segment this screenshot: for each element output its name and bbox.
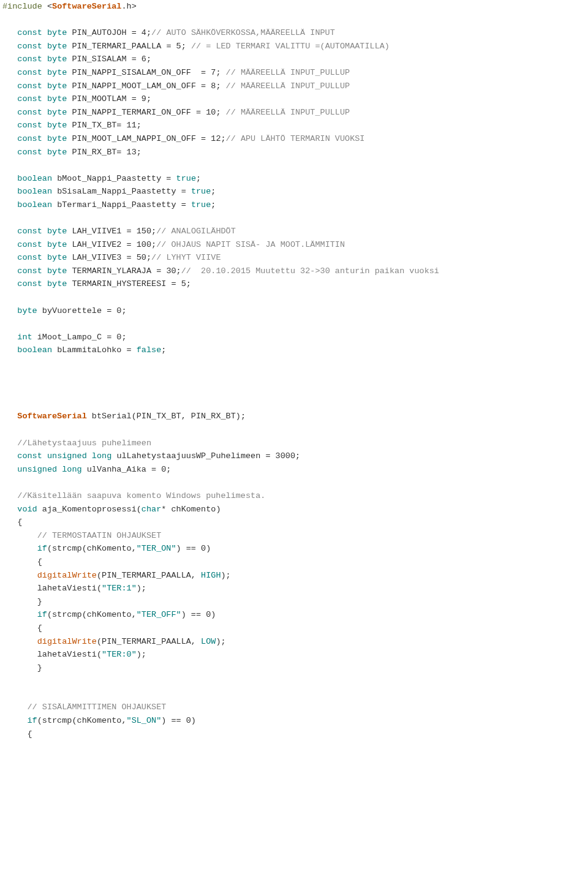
code-line: boolean bMoot_Nappi_Paastetty = true; xyxy=(2,172,586,186)
code-block: #include <SoftwareSerial.h> const byte P… xyxy=(0,0,588,740)
code-line xyxy=(2,688,586,701)
code-line: { xyxy=(2,556,586,569)
code-line: const byte LAH_VIIVE1 = 150;// ANALOGILÄ… xyxy=(2,225,586,238)
code-line xyxy=(2,13,586,27)
code-line: if(strcmp(chKomento,"SL_ON") == 0) xyxy=(2,714,586,728)
code-line xyxy=(2,476,586,489)
code-line xyxy=(2,159,586,172)
code-line: const byte PIN_MOOT_LAM_NAPPI_ON_OFF = 1… xyxy=(2,132,586,146)
code-line: const byte TERMARIN_HYSTEREESI = 5; xyxy=(2,277,586,291)
code-line: // SISÄLÄMMITTIMEN OHJAUKSET xyxy=(2,701,586,714)
code-line: //Käsitellään saapuva komento Windows pu… xyxy=(2,489,586,503)
code-line: const byte PIN_TERMARI_PAALLA = 5; // = … xyxy=(2,40,586,53)
code-line: { xyxy=(2,728,586,741)
code-line: const byte PIN_SISALAM = 6; xyxy=(2,53,586,66)
code-line: { xyxy=(2,622,586,635)
code-line: //Lähetystaajuus puhelimeen xyxy=(2,437,586,450)
code-line: const byte TERMARIN_YLARAJA = 30;// 20.1… xyxy=(2,265,586,278)
code-line: // TERMOSTAATIN OHJAUKSET xyxy=(2,529,586,543)
code-line: boolean bSisaLam_Nappi_Paastetty = true; xyxy=(2,185,586,198)
code-line: #include <SoftwareSerial.h> xyxy=(2,0,586,13)
code-line xyxy=(2,674,586,688)
code-line: boolean bLammitaLohko = false; xyxy=(2,344,586,357)
code-line xyxy=(2,317,586,331)
code-line xyxy=(2,397,586,410)
code-line: digitalWrite(PIN_TERMARI_PAALLA, LOW); xyxy=(2,635,586,649)
code-line: const byte LAH_VIIVE3 = 50;// LYHYT VIIV… xyxy=(2,251,586,265)
code-line: if(strcmp(chKomento,"TER_OFF") == 0) xyxy=(2,608,586,622)
code-line: const byte LAH_VIIVE2 = 100;// OHJAUS NA… xyxy=(2,238,586,252)
code-line: boolean bTermari_Nappi_Paastetty = true; xyxy=(2,198,586,212)
code-line: const unsigned long ulLahetystaajuusWP_P… xyxy=(2,450,586,463)
code-line: SoftwareSerial btSerial(PIN_TX_BT, PIN_R… xyxy=(2,410,586,423)
code-line: } xyxy=(2,595,586,609)
code-line: } xyxy=(2,661,586,675)
code-line xyxy=(2,212,586,225)
code-line: byte byVuorettele = 0; xyxy=(2,304,586,318)
code-line: const byte PIN_MOOTLAM = 9; xyxy=(2,92,586,106)
code-line: digitalWrite(PIN_TERMARI_PAALLA, HIGH); xyxy=(2,569,586,582)
code-line: const byte PIN_NAPPI_SISALAM_ON_OFF = 7;… xyxy=(2,66,586,80)
code-line xyxy=(2,383,586,397)
code-line xyxy=(2,357,586,371)
code-line: const byte PIN_NAPPI_MOOT_LAM_ON_OFF = 8… xyxy=(2,80,586,93)
code-line: const byte PIN_AUTOJOH = 4;// AUTO SÄHKÖ… xyxy=(2,26,586,40)
code-line: int iMoot_Lampo_C = 0; xyxy=(2,331,586,344)
code-line: void aja_Komentoprosessi(char* chKomento… xyxy=(2,503,586,516)
code-line: if(strcmp(chKomento,"TER_ON") == 0) xyxy=(2,542,586,556)
code-line: { xyxy=(2,516,586,529)
code-line xyxy=(2,371,586,384)
code-line: const byte PIN_RX_BT= 13; xyxy=(2,146,586,159)
code-line xyxy=(2,291,586,304)
code-line: const byte PIN_TX_BT= 11; xyxy=(2,119,586,132)
code-line: lahetaViesti("TER:0"); xyxy=(2,648,586,661)
code-line: lahetaViesti("TER:1"); xyxy=(2,582,586,595)
code-line xyxy=(2,423,586,437)
code-line: const byte PIN_NAPPI_TERMARI_ON_OFF = 10… xyxy=(2,106,586,119)
code-line: unsigned long ulVanha_Aika = 0; xyxy=(2,463,586,477)
